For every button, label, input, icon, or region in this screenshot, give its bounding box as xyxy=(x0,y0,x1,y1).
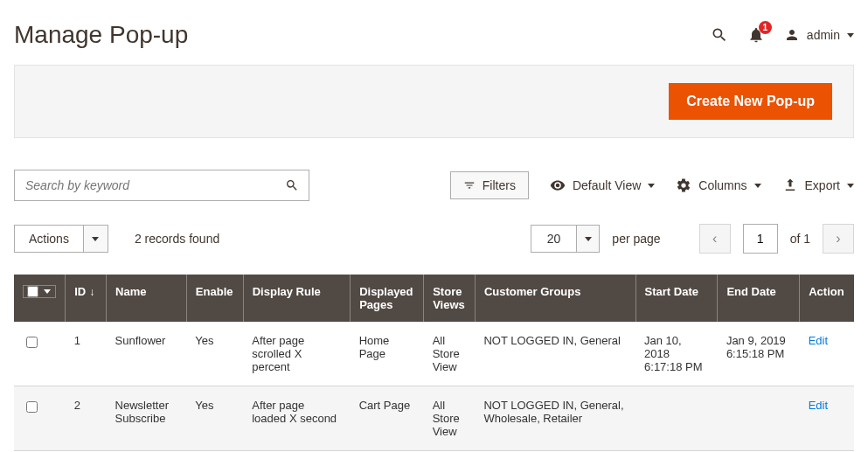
table-row: 2 Newsletter Subscribe Yes After page lo… xyxy=(14,386,854,451)
default-view-menu[interactable]: Default View xyxy=(550,177,655,193)
col-display-rule-header[interactable]: Display Rule xyxy=(243,275,350,322)
search-icon[interactable] xyxy=(711,26,728,44)
popup-grid: ID↓ Name Enable Display Rule Displayed P… xyxy=(14,275,854,451)
export-icon xyxy=(782,177,798,193)
page-header: Manage Pop-up 1 admin xyxy=(14,14,854,65)
col-checkbox-header[interactable] xyxy=(14,275,66,322)
chevron-down-icon xyxy=(847,33,854,38)
toolbar-right: Filters Default View Columns Export xyxy=(450,171,854,199)
export-menu[interactable]: Export xyxy=(782,177,854,193)
perpage-label: per page xyxy=(612,232,660,246)
search-icon xyxy=(285,177,299,194)
page-title: Manage Pop-up xyxy=(14,21,188,49)
page-input[interactable] xyxy=(743,224,778,254)
edit-link[interactable]: Edit xyxy=(809,399,828,412)
cell-id: 2 xyxy=(66,386,107,451)
eye-icon xyxy=(550,177,566,193)
sort-arrow-icon: ↓ xyxy=(89,286,94,298)
col-name-header[interactable]: Name xyxy=(107,275,187,322)
col-id-header[interactable]: ID↓ xyxy=(66,275,107,322)
cell-start-date: Jan 10, 2018 6:17:18 PM xyxy=(635,322,718,386)
search-input[interactable] xyxy=(14,170,309,201)
primary-action-bar: Create New Pop-up xyxy=(14,65,854,138)
chevron-down-icon xyxy=(585,237,592,241)
cell-id: 1 xyxy=(66,322,107,386)
perpage-trigger[interactable] xyxy=(576,226,599,252)
col-enable-header[interactable]: Enable xyxy=(186,275,243,322)
search-wrap xyxy=(14,170,309,201)
user-icon xyxy=(784,27,800,43)
notifications-icon[interactable]: 1 xyxy=(747,26,765,44)
edit-link[interactable]: Edit xyxy=(809,334,828,347)
cell-display-rule: After page scrolled X percent xyxy=(243,322,350,386)
cell-customer-groups: NOT LOGGED IN, General, Wholesale, Retai… xyxy=(475,386,635,451)
filters-label: Filters xyxy=(483,178,516,192)
actions-trigger[interactable] xyxy=(83,226,108,252)
col-action-header[interactable]: Action xyxy=(800,275,854,322)
user-menu[interactable]: admin xyxy=(784,27,854,43)
grid-toolbar: Filters Default View Columns Export xyxy=(14,170,854,201)
cell-end-date xyxy=(718,386,800,451)
actions-dropdown[interactable]: Actions xyxy=(14,225,108,253)
table-controls: Actions 2 records found 20 per page ‹ of… xyxy=(14,224,854,254)
cell-end-date: Jan 9, 2019 6:15:18 PM xyxy=(718,322,800,386)
gear-icon xyxy=(676,177,691,193)
notification-badge: 1 xyxy=(759,21,772,34)
cell-name: Sunflower xyxy=(107,322,187,386)
cell-customer-groups: NOT LOGGED IN, General xyxy=(475,322,635,386)
next-page-button[interactable]: › xyxy=(823,224,854,254)
header-actions: 1 admin xyxy=(711,26,854,44)
col-customer-groups-header[interactable]: Customer Groups xyxy=(475,275,635,322)
grid-header-row: ID↓ Name Enable Display Rule Displayed P… xyxy=(14,275,854,322)
col-displayed-pages-header[interactable]: Displayed Pages xyxy=(351,275,424,322)
columns-label: Columns xyxy=(698,178,746,192)
user-name: admin xyxy=(807,28,840,42)
col-start-date-header[interactable]: Start Date xyxy=(635,275,718,322)
actions-label: Actions xyxy=(15,226,83,252)
col-end-date-header[interactable]: End Date xyxy=(718,275,800,322)
cell-enable: Yes xyxy=(186,322,243,386)
create-popup-button[interactable]: Create New Pop-up xyxy=(669,83,832,120)
prev-page-button[interactable]: ‹ xyxy=(699,224,731,254)
cell-name: Newsletter Subscribe xyxy=(107,386,187,451)
page-of-label: of 1 xyxy=(790,232,810,246)
col-store-views-header[interactable]: Store Views xyxy=(424,275,476,322)
row-checkbox[interactable] xyxy=(26,337,38,348)
perpage-value: 20 xyxy=(531,226,577,252)
chevron-down-icon xyxy=(92,237,99,241)
cell-store-views: All Store View xyxy=(424,386,476,451)
cell-enable: Yes xyxy=(186,386,243,451)
default-view-label: Default View xyxy=(573,178,641,192)
select-all-checkbox[interactable] xyxy=(27,286,38,297)
chevron-down-icon xyxy=(847,184,854,188)
filters-button[interactable]: Filters xyxy=(450,171,529,199)
cell-displayed-pages: Cart Page xyxy=(351,386,424,451)
cell-store-views: All Store View xyxy=(424,322,476,386)
search-button[interactable] xyxy=(280,173,304,198)
cell-display-rule: After page loaded X second xyxy=(243,386,350,451)
chevron-down-icon xyxy=(44,289,51,294)
table-row: 1 Sunflower Yes After page scrolled X pe… xyxy=(14,322,854,386)
cell-start-date xyxy=(635,386,718,451)
chevron-down-icon xyxy=(754,184,761,188)
records-count: 2 records found xyxy=(135,232,219,246)
filter-icon xyxy=(463,179,476,191)
columns-menu[interactable]: Columns xyxy=(676,177,760,193)
pagination: 20 per page ‹ of 1 › xyxy=(531,224,854,254)
cell-displayed-pages: Home Page xyxy=(351,322,424,386)
chevron-down-icon xyxy=(648,184,655,188)
row-checkbox[interactable] xyxy=(26,401,38,413)
export-label: Export xyxy=(805,178,840,192)
perpage-select[interactable]: 20 xyxy=(531,225,601,253)
